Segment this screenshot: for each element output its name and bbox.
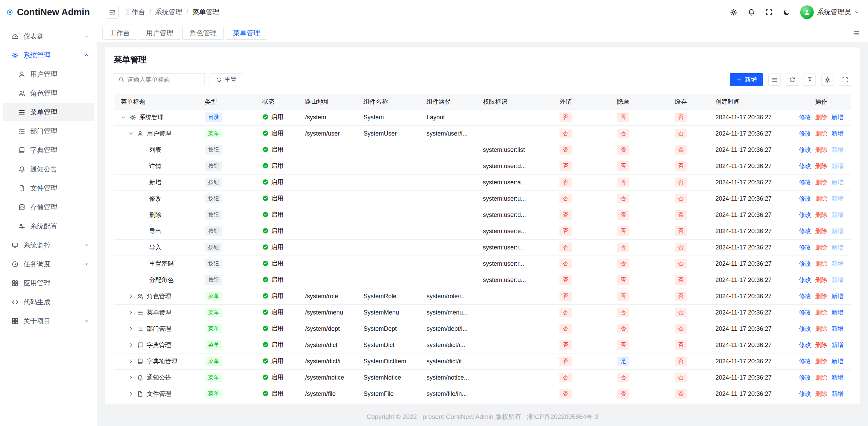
sidebar-collapse-button[interactable] [106,6,119,19]
sidebar-item-apps[interactable]: 应用管理 [3,274,94,292]
modify-link[interactable]: 修改 [799,390,811,398]
delete-link[interactable]: 删除 [815,178,827,186]
add-link[interactable]: 新增 [831,113,844,121]
delete-link[interactable]: 删除 [815,243,827,251]
row-height-button[interactable] [804,74,816,86]
add-link[interactable]: 新增 [831,292,844,300]
user-menu[interactable]: 系统管理员 [800,5,859,19]
modify-link[interactable]: 修改 [799,357,811,365]
expand-toggle-chevron-right-icon[interactable] [128,359,134,364]
reset-button[interactable]: 重置 [210,73,243,86]
sidebar-item-user[interactable]: 用户管理 [3,65,94,83]
expand-toggle-chevron-right-icon[interactable] [128,293,134,299]
table-row: 列表按钮启用system:user:list否否否2024-11-17 20:3… [114,142,851,158]
tab-menu[interactable]: 菜单管理 [226,27,267,40]
sidebar-item-menu[interactable]: 菜单管理 [3,103,94,121]
cell-actions: 修改删除新增 [791,386,851,402]
sidebar-item-config[interactable]: 系统配置 [3,217,94,235]
tab-actions-button[interactable] [850,27,863,39]
density-button[interactable] [768,74,781,86]
sidebar-item-schedule[interactable]: 任务调度 [3,255,94,273]
delete-link[interactable]: 删除 [815,113,827,121]
search-input[interactable] [127,76,200,83]
sidebar-item-about[interactable]: 关于项目 [3,312,94,330]
breadcrumb-item[interactable]: 系统管理 [155,7,182,17]
expand-toggle-chevron-down-icon[interactable] [128,131,134,136]
add-link[interactable]: 新增 [831,390,844,398]
delete-link[interactable]: 删除 [815,260,827,268]
sidebar-item-codegen[interactable]: 代码生成 [3,293,94,311]
delete-link[interactable]: 删除 [815,129,827,138]
delete-link[interactable]: 删除 [815,308,827,317]
tab-workplace[interactable]: 工作台 [102,27,137,40]
breadcrumb-item[interactable]: 菜单管理 [192,7,219,17]
modify-link[interactable]: 修改 [799,162,811,170]
expand-toggle-chevron-right-icon[interactable] [128,375,134,380]
expand-toggle-chevron-right-icon[interactable] [128,342,134,348]
expand-toggle-chevron-down-icon[interactable] [121,115,126,120]
delete-link[interactable]: 删除 [815,227,827,235]
delete-link[interactable]: 删除 [815,390,827,398]
modify-link[interactable]: 修改 [799,211,811,219]
menu-icon [18,109,25,116]
modify-link[interactable]: 修改 [799,276,811,284]
tab-user[interactable]: 用户管理 [139,27,180,40]
sidebar-item-dept[interactable]: 部门管理 [3,122,94,140]
add-link[interactable]: 新增 [831,373,844,382]
modify-link[interactable]: 修改 [799,292,811,300]
tab-role[interactable]: 角色管理 [182,27,224,40]
sidebar-item-dashboard[interactable]: 仪表盘 [3,27,94,45]
column-settings-button[interactable] [821,74,833,86]
refresh-button[interactable] [786,74,798,86]
delete-link[interactable]: 删除 [815,357,827,365]
modify-link[interactable]: 修改 [799,325,811,333]
modify-link[interactable]: 修改 [799,113,811,121]
expand-toggle-chevron-right-icon[interactable] [128,326,134,331]
add-button[interactable]: 新增 [730,73,763,86]
modify-link[interactable]: 修改 [799,178,811,186]
modify-link[interactable]: 修改 [799,129,811,138]
delete-link[interactable]: 删除 [815,341,827,349]
fullscreen-button[interactable] [765,8,773,16]
add-link[interactable]: 新增 [831,341,844,349]
delete-link[interactable]: 删除 [815,195,827,203]
cell-external: 否 [554,190,612,207]
modify-link[interactable]: 修改 [799,146,811,154]
logo[interactable]: ContiNew Admin [0,0,97,24]
sidebar-item-system[interactable]: 系统管理 [3,46,94,64]
modify-link[interactable]: 修改 [799,195,811,203]
add-link[interactable]: 新增 [831,357,844,365]
sidebar-item-notice[interactable]: 通知公告 [3,160,94,178]
modify-link[interactable]: 修改 [799,308,811,317]
theme-button[interactable] [783,8,791,16]
status-check-icon [262,342,269,348]
delete-link[interactable]: 删除 [815,325,827,333]
breadcrumb-item[interactable]: 工作台 [125,7,145,17]
sidebar-item-monitor[interactable]: 系统监控 [3,236,94,254]
table-fullscreen-button[interactable] [839,74,851,86]
expand-toggle-chevron-right-icon[interactable] [128,310,134,315]
notifications-button[interactable] [747,8,755,16]
delete-link[interactable]: 删除 [815,162,827,170]
add-link[interactable]: 新增 [831,129,844,138]
modify-link[interactable]: 修改 [799,243,811,251]
sidebar-item-role[interactable]: 角色管理 [3,84,94,102]
cell-permission [477,304,554,321]
modify-link[interactable]: 修改 [799,260,811,268]
delete-link[interactable]: 删除 [815,373,827,382]
delete-link[interactable]: 删除 [815,211,827,219]
modify-link[interactable]: 修改 [799,341,811,349]
add-link[interactable]: 新增 [831,308,844,317]
settings-button[interactable] [730,8,738,16]
add-link[interactable]: 新增 [831,325,844,333]
modify-link[interactable]: 修改 [799,373,811,382]
delete-link[interactable]: 删除 [815,292,827,300]
sidebar-item-dict[interactable]: 字典管理 [3,141,94,159]
modify-link[interactable]: 修改 [799,227,811,235]
sidebar-item-storage[interactable]: 存储管理 [3,198,94,216]
sidebar-item-file[interactable]: 文件管理 [3,179,94,197]
delete-link[interactable]: 删除 [815,276,827,284]
expand-toggle-chevron-right-icon[interactable] [128,391,134,397]
delete-link[interactable]: 删除 [815,146,827,154]
external-badge: 否 [559,113,572,122]
